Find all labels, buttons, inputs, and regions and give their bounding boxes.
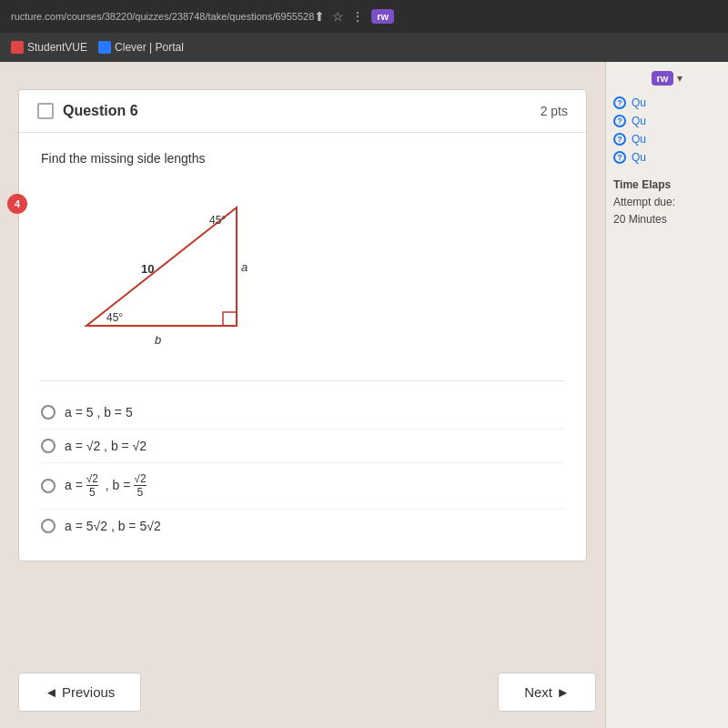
minutes-label: 20 Minutes xyxy=(613,211,721,228)
question-body: Find the missing side lengths 45° 45° xyxy=(19,133,586,561)
rw-badge[interactable]: rw xyxy=(371,9,394,24)
sidebar-q1[interactable]: ? Qu xyxy=(613,96,721,109)
radio-4[interactable] xyxy=(41,519,56,533)
share-icon: ⬆ xyxy=(314,9,325,24)
attempt-label: Attempt due: xyxy=(613,194,721,211)
left-panel: 4 Question 6 2 pts Find the missing side… xyxy=(0,62,605,728)
clever-favicon xyxy=(98,41,111,54)
option-1[interactable]: a = 5 , b = 5 xyxy=(41,396,564,430)
previous-button[interactable]: ◄ Previous xyxy=(18,672,141,712)
option-3-text: a = √25 , b = √25 xyxy=(65,472,147,500)
bookmark-clever[interactable]: Clever | Portal xyxy=(98,41,184,54)
q4-circle: ? xyxy=(613,151,626,164)
question-pts: 2 pts xyxy=(541,104,568,118)
sidebar-q2[interactable]: ? Qu xyxy=(613,115,721,127)
main-area: 4 Question 6 2 pts Find the missing side… xyxy=(0,62,728,728)
timer-section: Time Elaps Attempt due: 20 Minutes xyxy=(613,177,721,229)
triangle-diagram: 45° 45° 10 a b xyxy=(59,180,278,362)
question-badge: 4 xyxy=(7,194,27,214)
radio-2[interactable] xyxy=(41,439,56,453)
bookmark-studentvue[interactable]: StudentVUE xyxy=(11,41,87,54)
question-card: Question 6 2 pts Find the missing side l… xyxy=(18,89,587,561)
option-4-text: a = 5√2 , b = 5√2 xyxy=(65,519,161,533)
studentvue-favicon xyxy=(11,41,24,54)
sidebar-q4[interactable]: ? Qu xyxy=(613,151,721,164)
question-title: Question 6 xyxy=(63,103,138,119)
q1-label: Qu xyxy=(632,96,646,109)
checkbox-icon[interactable] xyxy=(37,103,54,119)
clever-label: Clever | Portal xyxy=(115,41,184,54)
q1-circle: ? xyxy=(613,96,626,109)
svg-text:45°: 45° xyxy=(209,214,226,227)
option-2-text: a = √2 , b = √2 xyxy=(65,439,147,453)
timer-label: Time Elaps xyxy=(613,177,721,194)
svg-text:10: 10 xyxy=(141,262,154,276)
question-text: Find the missing side lengths xyxy=(41,151,564,166)
right-sidebar: rw ▾ ? Qu ? Qu ? Qu ? Qu Time Elaps Atte… xyxy=(605,62,728,728)
svg-text:b: b xyxy=(155,333,161,347)
url-bar: ructure.com/courses/38220/quizzes/238748… xyxy=(11,11,314,22)
question-header: Question 6 2 pts xyxy=(19,90,586,133)
bookmarks-bar: StudentVUE Clever | Portal xyxy=(0,33,728,62)
radio-1[interactable] xyxy=(41,405,56,420)
star-icon: ☆ xyxy=(332,9,344,24)
sidebar-q3[interactable]: ? Qu xyxy=(613,133,721,146)
browser-icons: ⬆ ☆ ⋮ rw xyxy=(314,9,394,24)
q3-circle: ? xyxy=(613,133,626,146)
browser-bar: ructure.com/courses/38220/quizzes/238748… xyxy=(0,0,728,33)
rw-sidebar-btn[interactable]: rw ▾ xyxy=(613,71,721,86)
dropdown-chevron-icon: ▾ xyxy=(677,72,682,85)
svg-text:45°: 45° xyxy=(106,311,123,324)
svg-text:a: a xyxy=(241,260,248,274)
q2-circle: ? xyxy=(613,115,626,127)
option-3[interactable]: a = √25 , b = √25 xyxy=(41,463,564,510)
rw-sidebar-badge: rw xyxy=(652,71,674,86)
option-4[interactable]: a = 5√2 , b = 5√2 xyxy=(41,510,564,542)
q4-label: Qu xyxy=(632,151,646,164)
options-list: a = 5 , b = 5 a = √2 , b = √2 a = √25 xyxy=(41,396,564,542)
option-1-text: a = 5 , b = 5 xyxy=(65,405,133,420)
radio-3[interactable] xyxy=(41,479,56,493)
menu-icon: ⋮ xyxy=(351,9,364,24)
option-2[interactable]: a = √2 , b = √2 xyxy=(41,430,564,463)
next-button[interactable]: Next ► xyxy=(498,672,596,712)
q3-label: Qu xyxy=(632,133,646,146)
studentvue-label: StudentVUE xyxy=(27,41,87,54)
nav-bar: ◄ Previous Next ► xyxy=(18,665,596,719)
divider xyxy=(41,380,564,381)
q2-label: Qu xyxy=(632,115,646,127)
svg-rect-1 xyxy=(223,312,237,326)
